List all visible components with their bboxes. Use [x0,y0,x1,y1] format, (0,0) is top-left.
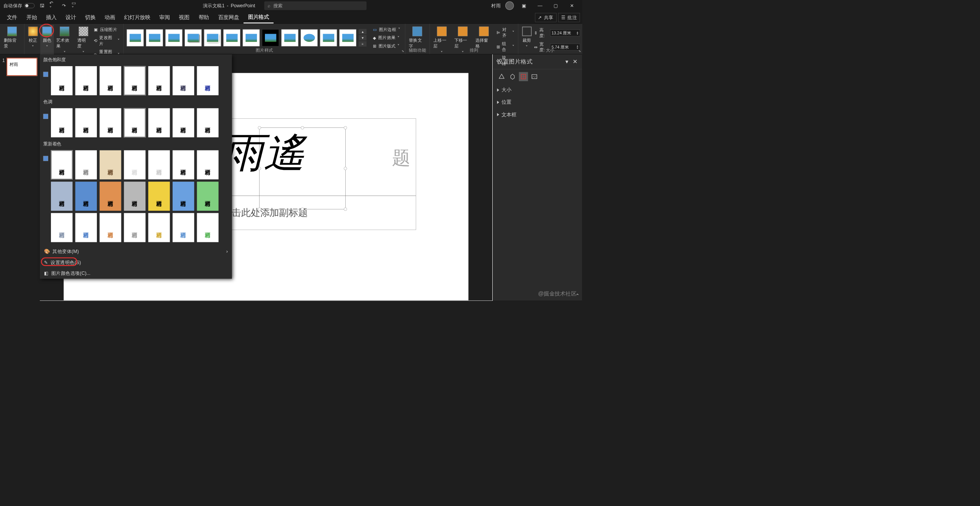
color-variant[interactable]: 村雨遙 [124,108,145,137]
panel-close-icon[interactable]: ✕ [573,58,578,65]
slide-panel[interactable]: 1 村雨 [0,54,40,300]
comments-button[interactable]: ☰ 批注 [558,13,580,22]
style-thumb[interactable] [146,29,163,46]
picture-styles-gallery[interactable]: ▲▼≡ ▭图片边框 ˅ ◆图片效果 ˅ ⊞图片版式 ˅ [126,25,403,51]
more-variants-item[interactable]: 🎨 其他变体(M) › [40,246,232,257]
user-avatar[interactable] [505,2,514,10]
color-variant[interactable]: 村雨遙 [51,182,72,211]
color-variant[interactable]: 村雨遙 [100,182,121,211]
rotate-button[interactable]: ⟳旋转 ˅ [495,54,516,67]
style-thumb[interactable] [339,29,356,46]
style-thumb[interactable] [185,29,202,46]
color-variant[interactable]: 村雨遙 [173,213,194,242]
menu-baidu[interactable]: 百度网盘 [214,11,243,23]
size-tab-icon[interactable] [519,72,528,81]
color-variant[interactable]: 村雨遙 [75,182,97,211]
menu-picture-format[interactable]: 图片格式 [243,11,273,23]
menu-insert[interactable]: 插入 [41,11,61,23]
color-variant[interactable]: 村雨遙 [100,150,121,180]
color-variant[interactable]: 村雨遙 [51,108,72,137]
style-thumb[interactable] [243,29,260,46]
panel-section-position[interactable]: 位置 [493,96,582,108]
menu-design[interactable]: 设计 [61,11,80,23]
menu-file[interactable]: 文件 [2,11,22,23]
share-button[interactable]: ↗ 共享 [535,13,557,22]
toggle-switch[interactable] [24,3,35,8]
color-variant[interactable]: 村雨遙 [75,108,97,137]
color-variant[interactable]: 村雨遙 [197,182,218,211]
style-thumb[interactable] [281,29,299,46]
minimize-icon[interactable]: — [534,0,546,11]
color-variant[interactable]: 村雨遙 [51,150,72,180]
menu-review[interactable]: 审阅 [155,11,175,23]
height-input[interactable]: 13.24 厘米▲▼ [550,29,580,36]
picture-effects-button[interactable]: ◆图片效果 ˅ [371,34,402,41]
color-variant[interactable]: 村雨遙 [197,213,218,242]
panel-menu-icon[interactable]: ▾ [565,58,568,65]
style-thumb[interactable] [165,29,183,46]
style-thumb[interactable] [204,29,221,46]
compress-picture-button[interactable]: ▣压缩图片 [92,26,121,33]
panel-section-size[interactable]: 大小 [493,84,582,96]
search-input[interactable]: ⌕ 搜索 [264,2,366,10]
menu-transition[interactable]: 切换 [80,11,100,23]
menu-slideshow[interactable]: 幻灯片放映 [119,11,155,23]
undo-icon[interactable]: ↶ ˅ [49,2,56,9]
color-variant[interactable]: 村雨遙 [124,66,145,95]
alt-text-button[interactable]: 替换文字 [407,25,428,51]
color-variant[interactable]: 村雨遙 [197,150,218,180]
color-variant[interactable]: 村雨遙 [100,108,121,137]
set-transparent-item[interactable]: ✎ 设置透明色(S) [40,257,232,268]
menu-view[interactable]: 视图 [175,11,194,23]
color-variant[interactable]: 村雨遙 [173,108,194,137]
style-thumb[interactable] [262,29,279,46]
color-variant[interactable]: 村雨遙 [148,213,170,242]
color-variant[interactable]: 村雨遙 [75,66,97,95]
style-thumb[interactable] [127,29,144,46]
group-expand-icon[interactable]: ⬊ [402,49,404,53]
style-thumb[interactable] [301,29,318,46]
color-options-item[interactable]: ◧ 图片颜色选项(C)... [40,268,232,279]
color-variant[interactable]: 村雨遙 [100,213,121,242]
fill-tab-icon[interactable] [497,72,506,81]
style-thumb[interactable] [223,29,240,46]
menu-animation[interactable]: 动画 [100,11,119,23]
remove-background-button[interactable]: 删除背景 [2,25,23,51]
color-variant[interactable]: 村雨遙 [75,213,97,242]
close-icon[interactable]: ✕ [566,0,578,11]
picture-tab-icon[interactable] [530,72,539,81]
color-variant[interactable]: 村雨遙 [100,66,121,95]
change-picture-button[interactable]: ⟲更改图片 ˅ [92,34,121,47]
save-icon[interactable]: 🖫 [39,2,46,9]
color-variant[interactable]: 村雨遙 [124,150,145,180]
color-variant[interactable]: 村雨遙 [51,213,72,242]
ribbon-display-icon[interactable]: ▣ [518,0,530,11]
color-variant[interactable]: 村雨遙 [148,182,170,211]
align-button[interactable]: ⊫对齐 ˅ [495,26,516,39]
color-variant[interactable]: 村雨遙 [173,150,194,180]
color-variant[interactable]: 村雨遙 [197,108,218,137]
color-variant[interactable]: 村雨遙 [173,66,194,95]
color-variant[interactable]: 村雨遙 [148,108,170,137]
gallery-more-button[interactable]: ▲▼≡ [359,29,367,46]
menu-help[interactable]: 帮助 [194,11,214,23]
panel-section-textbox[interactable]: 文本框 [493,108,582,121]
redo-icon[interactable]: ↷ [60,2,67,9]
effects-tab-icon[interactable] [508,72,517,81]
color-variant[interactable]: 村雨遙 [148,66,170,95]
color-variant[interactable]: 村雨遙 [51,66,72,95]
corrections-button[interactable]: 校正˅ [26,25,40,62]
picture-border-button[interactable]: ▭图片边框 ˅ [371,26,402,33]
slide-image[interactable]: 雨遙 [223,125,305,180]
color-variant[interactable]: 村雨遙 [124,213,145,242]
group-expand-icon[interactable]: ⬊ [578,49,581,53]
slideshow-icon[interactable]: ▭ ˅ [72,2,78,9]
color-variant[interactable]: 村雨遙 [197,66,218,95]
maximize-icon[interactable]: ▢ [550,0,562,11]
color-variant[interactable]: 村雨遙 [173,182,194,211]
color-variant[interactable]: 村雨遙 [124,182,145,211]
style-thumb[interactable] [320,29,337,46]
menu-home[interactable]: 开始 [22,11,41,23]
autosave-toggle[interactable]: 自动保存 [3,3,34,9]
color-variant[interactable]: 村雨遙 [148,150,170,180]
